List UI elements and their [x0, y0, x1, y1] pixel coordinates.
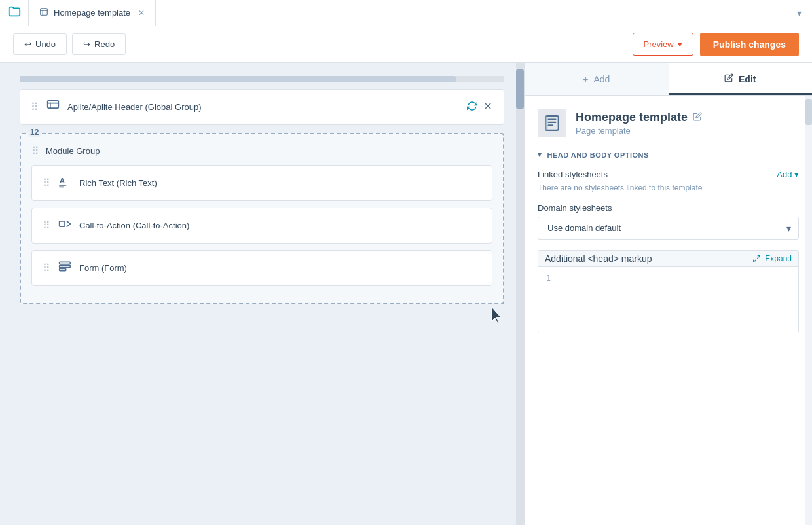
header-module-label: Aplite/Aplite Header (Global Group) — [67, 102, 459, 112]
folder-icon[interactable] — [0, 0, 29, 26]
form-module: ⠿ Form (Form) — [31, 250, 492, 286]
undo-button[interactable]: ↩ Undo — [13, 33, 67, 55]
richtext-module: ⠿ A Rich Text (Rich Text) — [31, 165, 492, 201]
linked-stylesheets-label-row: Linked stylesheets Add ▾ — [538, 170, 799, 179]
svg-rect-19 — [545, 116, 547, 130]
header-module-actions — [467, 101, 493, 114]
section-header[interactable]: ▾ HEAD AND BODY OPTIONS — [538, 151, 799, 159]
form-icon — [58, 260, 71, 276]
add-icon: + — [583, 74, 588, 84]
panel-scrollbar[interactable] — [805, 96, 812, 525]
panel-page-icon — [538, 109, 566, 137]
expand-button[interactable]: Expand — [752, 254, 792, 263]
svg-rect-13 — [60, 265, 71, 267]
canvas-area: ⠿ Aplite/Aplite Header (Global Group) — [0, 63, 524, 525]
edit-icon — [724, 73, 733, 84]
panel-content: Homepage template Page template — [525, 96, 812, 357]
header-delete-icon[interactable] — [483, 101, 493, 114]
header-module-icon — [46, 99, 60, 115]
group-header: ⠿ Module Group — [31, 145, 492, 157]
header-module-block: ⠿ Aplite/Aplite Header (Global Group) — [20, 89, 504, 125]
svg-text:A: A — [60, 176, 65, 185]
section-chevron-icon: ▾ — [538, 151, 542, 159]
code-line-numbers: 1 — [546, 272, 551, 327]
module-group-container: 12 ⠿ Module Group ⠿ A Rich Text — [20, 133, 504, 304]
panel-title: Homepage template — [576, 111, 688, 124]
group-number: 12 — [28, 128, 41, 137]
code-area-wrapper: Additional <head> markup Expand — [538, 250, 799, 333]
cta-module: ⠿ Call-to-Action (Call-to-Action) — [31, 208, 492, 244]
code-area-body[interactable]: 1 — [538, 267, 798, 333]
main-layout: ⠿ Aplite/Aplite Header (Global Group) — [0, 63, 812, 525]
preview-dropdown-icon: ▾ — [678, 39, 682, 49]
tab-label: Homepage template — [54, 8, 130, 18]
svg-rect-12 — [60, 262, 71, 264]
svg-rect-11 — [60, 221, 65, 226]
tab-edit[interactable]: Edit — [669, 63, 813, 95]
domain-stylesheets-field: Domain stylesheets Use domain default ▾ — [538, 203, 799, 240]
toolbar: ↩ Undo ↪ Redo Preview ▾ Publish changes — [0, 26, 812, 63]
right-panel: + Add Edit — [524, 63, 812, 525]
form-label: Form (Form) — [79, 263, 481, 273]
tab-dropdown-button[interactable]: ▾ — [786, 0, 812, 26]
canvas-hscrollbar[interactable] — [20, 76, 504, 82]
panel-tabs: + Add Edit — [525, 63, 812, 96]
panel-subtitle: Page template — [576, 126, 702, 136]
canvas-hscrollbar-thumb — [20, 76, 456, 82]
code-area-header: Additional <head> markup Expand — [538, 251, 798, 267]
canvas-inner: ⠿ Aplite/Aplite Header (Global Group) — [0, 63, 524, 525]
richtext-label: Rich Text (Rich Text) — [79, 178, 481, 188]
tab-close-button[interactable]: ✕ — [138, 9, 145, 18]
domain-stylesheets-select-wrapper: Use domain default ▾ — [538, 217, 799, 240]
code-content[interactable] — [559, 272, 790, 327]
undo-icon: ↩ — [24, 39, 31, 49]
tab-add[interactable]: + Add — [525, 63, 669, 95]
section-label: HEAD AND BODY OPTIONS — [547, 151, 649, 159]
canvas-scrollbar-thumb — [516, 69, 524, 109]
additional-markup-field: Additional <head> markup Expand — [538, 250, 799, 333]
panel-scrollbar-thumb — [805, 99, 812, 125]
homepage-tab[interactable]: Homepage template ✕ — [29, 0, 156, 26]
panel-title-area: Homepage template Page template — [576, 111, 702, 136]
cta-label: Call-to-Action (Call-to-Action) — [79, 221, 481, 230]
linked-stylesheets-field: Linked stylesheets Add ▾ There are no st… — [538, 170, 799, 192]
panel-scroll-area: Homepage template Page template — [525, 96, 812, 525]
panel-title-edit-icon[interactable] — [693, 112, 702, 123]
richtext-drag-handle[interactable]: ⠿ — [43, 177, 50, 189]
module-group-label: Module Group — [46, 146, 492, 156]
group-drag-handle[interactable]: ⠿ — [31, 145, 39, 157]
redo-button[interactable]: ↪ Redo — [72, 33, 126, 55]
linked-stylesheets-hint: There are no stylesheets linked to this … — [538, 183, 799, 192]
add-dropdown-icon: ▾ — [794, 170, 799, 179]
header-drag-handle[interactable]: ⠿ — [31, 101, 39, 113]
cta-drag-handle[interactable]: ⠿ — [43, 219, 50, 232]
tab-icon — [39, 7, 48, 18]
richtext-icon: A — [58, 175, 71, 191]
folder-icon-glyph — [7, 4, 22, 22]
canvas-scrollbar[interactable] — [516, 63, 524, 525]
toolbar-left: ↩ Undo ↪ Redo — [13, 33, 633, 55]
svg-line-21 — [754, 259, 756, 262]
domain-stylesheets-label: Domain stylesheets — [538, 203, 799, 213]
header-sync-icon[interactable] — [467, 101, 477, 114]
code-area-label: Additional <head> markup — [545, 253, 652, 264]
redo-icon: ↪ — [83, 39, 90, 49]
svg-rect-14 — [60, 268, 66, 270]
domain-stylesheets-select[interactable]: Use domain default — [538, 217, 799, 240]
tab-bar: Homepage template ✕ ▾ — [0, 0, 812, 26]
svg-line-20 — [758, 255, 760, 258]
linked-stylesheets-label: Linked stylesheets — [538, 170, 608, 179]
svg-rect-0 — [41, 9, 48, 16]
preview-button[interactable]: Preview ▾ — [633, 33, 693, 56]
svg-rect-3 — [48, 101, 59, 109]
cta-icon — [58, 217, 71, 234]
panel-header-section: Homepage template Page template — [538, 109, 799, 137]
linked-stylesheets-add[interactable]: Add ▾ — [777, 170, 799, 179]
form-drag-handle[interactable]: ⠿ — [43, 262, 50, 274]
publish-button[interactable]: Publish changes — [700, 33, 799, 56]
